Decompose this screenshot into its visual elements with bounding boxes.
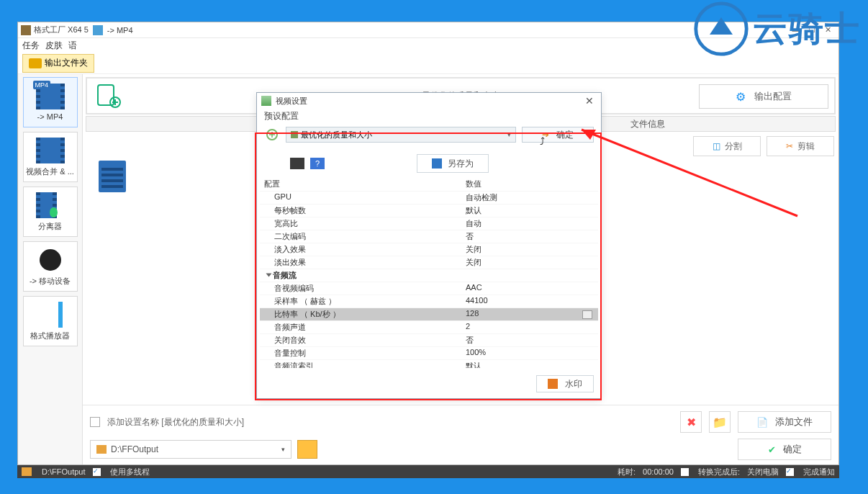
gear-icon: ⚙ (736, 90, 746, 104)
setting-key: 音视频编码 (274, 284, 314, 292)
left-sidebar: MP4 -> MP4 视频合并 & ... 分离器 -> 移动设备 格式播放器 (18, 74, 83, 464)
setting-value: 100% (466, 348, 486, 356)
setting-value: 2 (466, 322, 470, 331)
file-plus-icon: 📄 (756, 417, 768, 428)
player-icon (58, 302, 63, 328)
menu-lang[interactable]: 语 (68, 40, 77, 52)
status-path: D:\FFOutput (42, 467, 86, 476)
add-setting-checkbox[interactable] (90, 417, 100, 427)
after-done-checkbox[interactable] (681, 468, 689, 476)
watermark-button[interactable]: 水印 (536, 375, 594, 392)
disk-icon (432, 158, 442, 169)
after-done-label: 转换完成后: (698, 467, 740, 477)
settings-row[interactable]: 每秒帧数默认 (260, 204, 598, 217)
check-icon: ✔ (768, 444, 776, 455)
sidebar-item-mp4[interactable]: MP4 -> MP4 (23, 77, 78, 127)
setting-key: 二次编码 (274, 232, 306, 241)
menu-skin[interactable]: 皮肤 (45, 40, 63, 52)
settings-row[interactable]: 宽高比自动 (260, 217, 598, 230)
sidebar-label: 视频合并 & ... (26, 166, 74, 177)
output-path-dropdown[interactable]: D:\FFOutput ▾ (90, 440, 291, 459)
setting-value: 自动 (466, 219, 482, 228)
dialog-icon (261, 96, 271, 106)
elapsed-value: 00:00:00 (643, 467, 674, 476)
sidebar-label: -> 移动设备 (30, 276, 71, 287)
setting-value: 否 (466, 336, 474, 344)
ok-button[interactable]: ✔确定 (738, 439, 831, 460)
job-icon (96, 83, 122, 109)
col-config: 配置 (260, 177, 461, 191)
output-path-text: D:\FFOutput (111, 444, 158, 454)
setting-value: AAC (466, 283, 482, 292)
bottom-bar: 添加设置名称 [最优化的质量和大小] ✖ 📁 📄添加文件 D:\FFOutput… (83, 405, 838, 464)
setting-value: 默认 (466, 206, 482, 215)
dialog-title: 视频设置 (276, 96, 307, 107)
add-folder-button[interactable]: 📁 (709, 411, 731, 433)
setting-key: 音频流 (273, 271, 297, 279)
settings-row[interactable]: 淡入效果关闭 (260, 243, 598, 256)
settings-row[interactable]: 比特率 （ Kb/秒 ）128 (260, 307, 598, 320)
settings-row[interactable]: 音频声道2 (260, 320, 598, 333)
preset-glyph-icon (291, 131, 298, 138)
setting-key: 音量控制 (274, 349, 306, 357)
dialog-close-button[interactable]: ✕ (582, 95, 597, 107)
setting-key: 淡入效果 (274, 245, 306, 253)
disc-icon (40, 249, 61, 271)
setting-key: 音频流索引 (274, 361, 314, 368)
sidebar-item-splitter[interactable]: 分离器 (23, 187, 78, 237)
brand-text: 云骑士 (753, 6, 861, 52)
settings-row[interactable]: 二次编码否 (260, 230, 598, 243)
sidebar-item-merge[interactable]: 视频合并 & ... (23, 132, 78, 182)
video-settings-dialog: 视频设置 ✕ 预设配置 最优化的质量和大小 ▾ ➔ 确定 ? 另存为 配置 数值… (256, 92, 602, 399)
sidebar-label: 格式播放器 (30, 331, 70, 341)
window-subtitle: -> MP4 (107, 26, 133, 35)
preset-select[interactable]: 最优化的质量和大小 ▾ (286, 127, 516, 143)
save-as-label: 另存为 (448, 158, 474, 170)
setting-key: GPU (274, 192, 291, 201)
settings-row[interactable]: 关闭音效否 (260, 333, 598, 346)
output-config-button[interactable]: ⚙ 输出配置 (699, 84, 828, 109)
setting-value: 44100 (466, 296, 488, 305)
shutdown-label: 关闭电脑 (747, 467, 779, 477)
window-title: 格式工厂 X64 5 (34, 24, 89, 35)
remove-button[interactable]: ✖ (680, 411, 702, 433)
settings-row[interactable]: 音视频编码AAC (260, 282, 598, 295)
toolbar-help-icon[interactable]: ? (310, 158, 325, 169)
settings-row[interactable]: 音量控制100% (260, 346, 598, 359)
settings-row[interactable]: 淡出效果关闭 (260, 256, 598, 269)
brand-watermark: 云骑士 (692, 0, 861, 58)
split-button[interactable]: ◫分割 (693, 136, 761, 156)
settings-row[interactable]: 音频流索引默认 (260, 359, 598, 368)
dialog-ok-button[interactable]: ➔ 确定 (522, 127, 594, 143)
preset-value: 最优化的质量和大小 (301, 130, 372, 140)
notify-label: 完成通知 (803, 467, 835, 477)
watermark-icon (548, 379, 558, 389)
output-folder-label: 输出文件夹 (45, 57, 88, 69)
browse-folder-button[interactable] (297, 440, 317, 459)
menu-task[interactable]: 任务 (22, 40, 40, 52)
col-value: 数值 (461, 177, 598, 191)
settings-group-row[interactable]: 音频流 (260, 269, 598, 282)
folder-icon (96, 445, 107, 454)
settings-row[interactable]: 采样率 （ 赫兹 ）44100 (260, 295, 598, 307)
file-thumb[interactable] (99, 161, 126, 192)
output-folder-button[interactable]: 输出文件夹 (22, 54, 94, 73)
settings-row[interactable]: GPU自动检测 (260, 191, 598, 204)
trim-button[interactable]: ✂剪辑 (767, 136, 834, 156)
add-setting-label: 添加设置名称 [最优化的质量和大小] (107, 416, 244, 428)
svg-rect-1 (98, 85, 114, 105)
chevron-down-icon: ▾ (281, 446, 285, 453)
setting-key: 每秒帧数 (274, 206, 306, 215)
split-icon: ◫ (713, 141, 720, 151)
notify-checkbox[interactable] (786, 468, 794, 476)
multithread-checkbox[interactable] (93, 468, 101, 476)
save-as-button[interactable]: 另存为 (417, 154, 489, 173)
sidebar-item-player[interactable]: 格式播放器 (23, 296, 78, 346)
statusbar: D:\FFOutput 使用多线程 耗时: 00:00:00 转换完成后: 关闭… (17, 465, 839, 478)
setting-key: 比特率 （ Kb/秒 ） (274, 310, 340, 318)
setting-key: 采样率 （ 赫兹 ） (274, 297, 336, 305)
add-file-button[interactable]: 📄添加文件 (738, 411, 831, 433)
sidebar-item-mobile[interactable]: -> 移动设备 (23, 241, 78, 292)
toolbar-console-icon[interactable] (290, 158, 304, 169)
folder-icon (29, 58, 42, 68)
